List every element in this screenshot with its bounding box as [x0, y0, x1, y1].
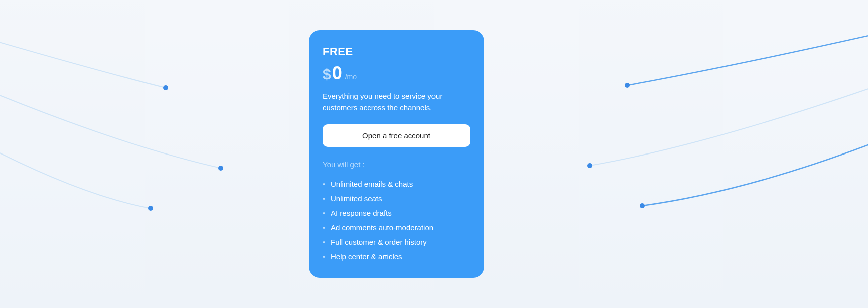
feature-item: Unlimited seats [323, 191, 470, 206]
svg-point-5 [640, 203, 645, 208]
svg-point-3 [625, 83, 630, 88]
svg-point-4 [587, 163, 592, 168]
feature-item: Unlimited emails & chats [323, 177, 470, 191]
price-period: /mo [345, 73, 357, 81]
open-account-button[interactable]: Open a free account [323, 124, 470, 147]
plan-name: FREE [323, 45, 470, 58]
currency-symbol: $ [323, 66, 331, 83]
feature-item: Help center & articles [323, 249, 470, 264]
feature-item: Full customer & order history [323, 235, 470, 249]
feature-item: Ad comments auto-moderation [323, 220, 470, 235]
pricing-card: FREE $ 0 /mo Everything you need to serv… [309, 30, 484, 278]
features-list: Unlimited emails & chats Unlimited seats… [323, 177, 470, 264]
feature-item: AI response drafts [323, 206, 470, 220]
price-row: $ 0 /mo [323, 64, 470, 83]
svg-point-0 [163, 85, 168, 90]
price-amount: 0 [332, 64, 342, 82]
svg-point-2 [148, 206, 153, 211]
plan-description: Everything you need to service your cust… [323, 91, 463, 113]
svg-point-1 [218, 166, 223, 171]
features-heading: You will get : [323, 160, 470, 169]
